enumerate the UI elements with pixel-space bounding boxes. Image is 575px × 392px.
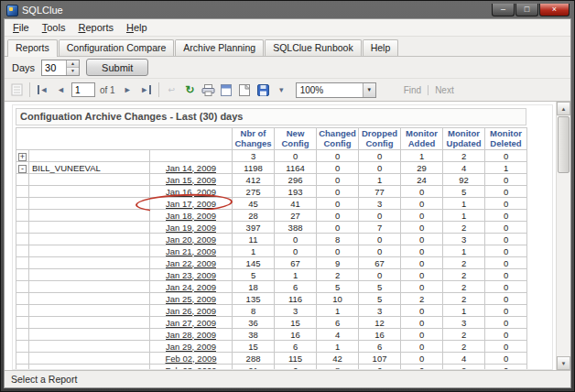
days-input[interactable]: [42, 60, 66, 75]
window-buttons: – □ ×: [492, 4, 570, 16]
tab-reports[interactable]: Reports: [7, 39, 58, 57]
spin-up-button[interactable]: ▲: [67, 60, 79, 69]
server-name-cell: [29, 317, 150, 329]
cell: 29: [401, 162, 443, 174]
tab-archive-planning[interactable]: Archive Planning: [175, 39, 264, 56]
cell: 8: [233, 305, 275, 317]
find-link[interactable]: Find: [397, 85, 428, 95]
cell: 6: [317, 317, 359, 329]
cell: 4: [443, 353, 485, 365]
print-layout-icon[interactable]: [219, 82, 234, 98]
date-link[interactable]: Jan 21, 2009: [166, 246, 216, 256]
cell: 77: [359, 186, 401, 198]
cell: 38: [233, 329, 275, 341]
date-link[interactable]: Jan 20, 2009: [166, 234, 216, 245]
cell: 0: [485, 234, 527, 245]
cell: 10: [317, 293, 359, 305]
document-map-icon[interactable]: [9, 82, 25, 98]
cell: 15: [233, 341, 275, 353]
server-name-cell: [29, 198, 150, 210]
scroll-down-icon[interactable]: ▼: [557, 356, 570, 370]
date-link[interactable]: Jan 27, 2009: [166, 318, 216, 328]
date-link[interactable]: Jan 28, 2009: [166, 330, 216, 340]
menu-file[interactable]: File: [6, 20, 36, 36]
tab-configuration-compare[interactable]: Configuration Compare: [59, 39, 175, 56]
days-stepper: ▲ ▼: [41, 60, 80, 76]
server-name-cell: [29, 269, 150, 281]
submit-button[interactable]: Submit: [86, 59, 148, 76]
date-cell: Jan 16, 2009: [150, 186, 233, 198]
menu-tools[interactable]: Tools: [36, 20, 72, 36]
cell: 9: [317, 257, 359, 269]
first-page-icon[interactable]: ◄: [35, 82, 50, 98]
cell: 0: [485, 341, 527, 353]
table-row: Jan 18, 2009 28 27 0 0 0 1 0: [16, 210, 527, 222]
find-next-link[interactable]: Next: [428, 85, 461, 95]
print-icon[interactable]: [201, 82, 216, 98]
page-setup-icon[interactable]: [237, 82, 253, 98]
date-link[interactable]: Jan 15, 2009: [166, 175, 216, 185]
cell: 0: [317, 210, 359, 222]
server-name-cell: [29, 245, 150, 257]
column-header-changed-config: Changed Config: [317, 128, 359, 150]
title-bar[interactable]: SQLClue – □ ×: [4, 1, 571, 18]
expand-icon[interactable]: +: [18, 153, 27, 161]
cell: 2: [443, 293, 485, 305]
scrollbar-thumb[interactable]: [558, 116, 570, 173]
tab-sqlclue-runbook[interactable]: SQLClue Runbook: [265, 39, 362, 56]
cell: 45: [233, 198, 275, 210]
next-page-icon[interactable]: ►: [120, 82, 136, 98]
date-link[interactable]: Jan 24, 2009: [166, 282, 216, 292]
cell: 3: [359, 305, 401, 317]
cell: 0: [485, 245, 527, 257]
cell: 275: [233, 186, 275, 198]
zoom-select[interactable]: 100% ▾: [296, 82, 376, 98]
date-cell: Jan 24, 2009: [150, 281, 233, 293]
date-link[interactable]: Jan 17, 2009: [166, 199, 216, 209]
table-row: Jan 15, 2009 412 296 0 1 24 92 0: [16, 174, 527, 186]
date-cell: Jan 29, 2009: [150, 341, 233, 353]
minimize-button[interactable]: –: [492, 4, 515, 16]
scroll-up-icon[interactable]: ▲: [557, 102, 570, 115]
date-link[interactable]: Jan 16, 2009: [166, 187, 216, 197]
maximize-button[interactable]: □: [515, 4, 538, 16]
date-link[interactable]: Jan 25, 2009: [166, 294, 216, 304]
date-cell: Jan 14, 2009: [150, 162, 233, 174]
refresh-icon[interactable]: ↻: [182, 82, 198, 98]
cell: 42: [317, 353, 359, 365]
date-link[interactable]: Jan 18, 2009: [166, 211, 216, 221]
date-link[interactable]: Jan 26, 2009: [166, 306, 216, 316]
client-area: File Tools Reports Help Reports Configur…: [4, 18, 571, 388]
previous-page-icon[interactable]: ◄: [53, 82, 69, 98]
zoom-value: 100%: [300, 85, 324, 95]
cell: 41: [275, 198, 317, 210]
date-link[interactable]: Jan 14, 2009: [166, 163, 216, 173]
date-link[interactable]: Feb 02, 2009: [166, 354, 217, 364]
cell: 0: [401, 329, 443, 341]
date-cell: Jan 28, 2009: [150, 329, 233, 341]
date-link[interactable]: Jan 23, 2009: [166, 270, 216, 280]
date-link[interactable]: Jan 29, 2009: [166, 342, 216, 352]
collapse-icon[interactable]: -: [18, 165, 27, 173]
menu-reports[interactable]: Reports: [71, 20, 120, 36]
page-number-input[interactable]: [71, 82, 95, 97]
cell: 0: [359, 210, 401, 222]
last-page-icon[interactable]: ►: [138, 82, 154, 98]
close-button[interactable]: ×: [539, 4, 570, 16]
cell: 397: [233, 222, 275, 234]
cell: 0: [317, 186, 359, 198]
vertical-scrollbar[interactable]: ▲ ▼: [556, 102, 570, 370]
export-icon[interactable]: [255, 82, 271, 98]
date-link[interactable]: Jan 19, 2009: [166, 223, 216, 233]
date-link[interactable]: Jan 22, 2009: [166, 258, 216, 268]
back-to-parent-icon[interactable]: ↩: [164, 82, 179, 98]
report-controls: Days ▲ ▼ Submit: [5, 57, 570, 79]
column-header-dropped-config: Dropped Config: [359, 128, 401, 150]
export-dropdown-icon[interactable]: ▾: [274, 82, 289, 98]
table-row: Jan 21, 2009 1 0 0 0 0 1 0: [16, 245, 527, 257]
server-name-cell: [29, 293, 150, 305]
cell: 0: [485, 329, 527, 341]
tab-help[interactable]: Help: [363, 39, 399, 56]
menu-help[interactable]: Help: [120, 20, 154, 36]
spin-down-button[interactable]: ▼: [67, 68, 79, 75]
